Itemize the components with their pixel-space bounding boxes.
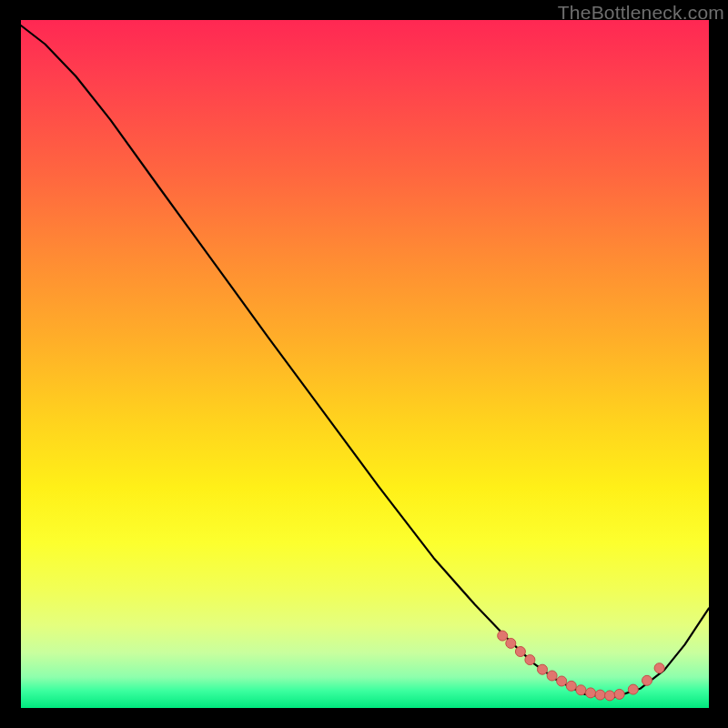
marker-point: [557, 676, 567, 686]
marker-point: [614, 689, 624, 699]
marker-point: [605, 691, 615, 701]
marker-point: [525, 655, 535, 665]
curve-line: [21, 25, 709, 698]
marker-point: [515, 647, 525, 657]
marker-point: [506, 638, 516, 648]
marker-point: [628, 684, 638, 694]
marker-group: [498, 631, 664, 701]
marker-point: [538, 664, 548, 674]
marker-point: [566, 681, 576, 691]
marker-point: [586, 688, 596, 698]
watermark: TheBottleneck.com: [558, 2, 724, 24]
plot-area: [21, 20, 709, 708]
marker-point: [547, 671, 557, 681]
marker-point: [595, 690, 605, 700]
marker-point: [498, 631, 508, 641]
marker-point: [642, 675, 652, 685]
chart-svg: [21, 20, 709, 708]
marker-point: [576, 685, 586, 695]
marker-point: [654, 663, 664, 673]
app-frame: TheBottleneck.com: [0, 0, 728, 728]
